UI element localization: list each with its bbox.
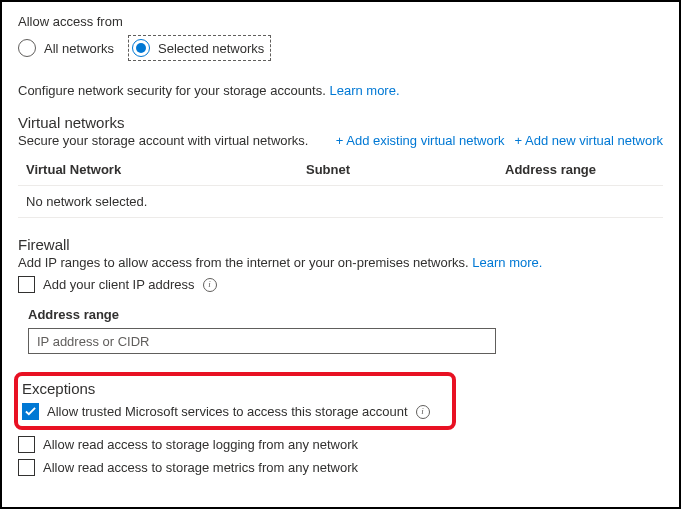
radio-selected-networks[interactable]: Selected networks bbox=[128, 35, 271, 61]
exceptions-other-rows: Allow read access to storage logging fro… bbox=[18, 436, 663, 476]
add-client-ip-row: Add your client IP address i bbox=[18, 276, 663, 293]
configure-description: Configure network security for your stor… bbox=[18, 83, 663, 98]
col-subnet: Subnet bbox=[306, 162, 505, 177]
add-client-ip-checkbox[interactable] bbox=[18, 276, 35, 293]
add-existing-vnet-link[interactable]: + Add existing virtual network bbox=[336, 133, 505, 148]
info-icon[interactable]: i bbox=[203, 278, 217, 292]
address-range-label: Address range bbox=[28, 307, 663, 322]
access-radio-group: All networks Selected networks bbox=[18, 35, 663, 61]
exceptions-highlight: Exceptions Allow trusted Microsoft servi… bbox=[14, 372, 456, 430]
vnet-empty-row: No network selected. bbox=[18, 186, 663, 218]
add-new-vnet-link[interactable]: + Add new virtual network bbox=[515, 133, 664, 148]
access-from-heading: Allow access from bbox=[18, 14, 663, 29]
exception-metrics-row: Allow read access to storage metrics fro… bbox=[18, 459, 663, 476]
vnet-empty-text: No network selected. bbox=[26, 194, 306, 209]
firewall-desc: Add IP ranges to allow access from the i… bbox=[18, 255, 663, 270]
vnet-actions-row: Secure your storage account with virtual… bbox=[18, 133, 663, 148]
col-virtual-network: Virtual Network bbox=[26, 162, 306, 177]
exception-logging-label: Allow read access to storage logging fro… bbox=[43, 437, 358, 452]
exception-trusted-checkbox[interactable] bbox=[22, 403, 39, 420]
radio-all-networks[interactable]: All networks bbox=[18, 39, 114, 57]
col-address-range: Address range bbox=[505, 162, 655, 177]
info-icon[interactable]: i bbox=[416, 405, 430, 419]
exception-metrics-label: Allow read access to storage metrics fro… bbox=[43, 460, 358, 475]
vnet-table: Virtual Network Subnet Address range No … bbox=[18, 154, 663, 218]
exceptions-section: Exceptions Allow trusted Microsoft servi… bbox=[18, 372, 663, 476]
exception-trusted-label: Allow trusted Microsoft services to acce… bbox=[47, 404, 408, 419]
radio-selected-label: Selected networks bbox=[158, 41, 264, 56]
configure-text: Configure network security for your stor… bbox=[18, 83, 326, 98]
learn-more-link[interactable]: Learn more. bbox=[329, 83, 399, 98]
firewall-desc-text: Add IP ranges to allow access from the i… bbox=[18, 255, 469, 270]
exception-logging-row: Allow read access to storage logging fro… bbox=[18, 436, 663, 453]
radio-icon bbox=[18, 39, 36, 57]
radio-icon bbox=[132, 39, 150, 57]
exceptions-heading: Exceptions bbox=[22, 380, 446, 397]
radio-all-label: All networks bbox=[44, 41, 114, 56]
exception-logging-checkbox[interactable] bbox=[18, 436, 35, 453]
vnet-table-header: Virtual Network Subnet Address range bbox=[18, 154, 663, 186]
vnet-desc: Secure your storage account with virtual… bbox=[18, 133, 308, 148]
exception-trusted-row: Allow trusted Microsoft services to acce… bbox=[22, 403, 446, 420]
add-client-ip-label: Add your client IP address bbox=[43, 277, 195, 292]
vnet-heading: Virtual networks bbox=[18, 114, 663, 131]
firewall-learn-more-link[interactable]: Learn more. bbox=[472, 255, 542, 270]
address-range-input[interactable] bbox=[28, 328, 496, 354]
firewall-heading: Firewall bbox=[18, 236, 663, 253]
exception-metrics-checkbox[interactable] bbox=[18, 459, 35, 476]
